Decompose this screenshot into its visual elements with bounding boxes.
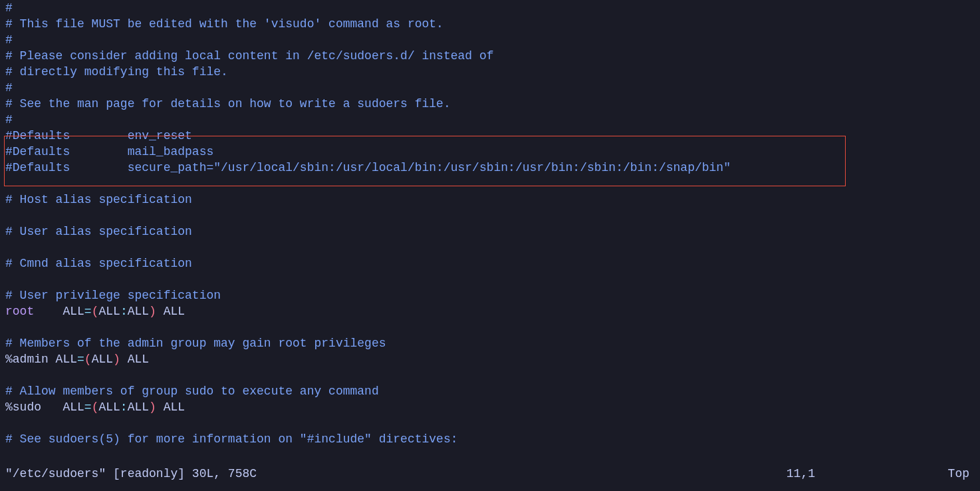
code-segment: #Defaults secure_path="/usr/local/sbin:/… bbox=[5, 161, 731, 174]
code-segment: # User privilege specification bbox=[5, 289, 221, 302]
status-cursor-position: 11,1 bbox=[787, 466, 815, 482]
code-line: # bbox=[0, 80, 980, 96]
code-segment: ALL bbox=[98, 401, 120, 414]
code-line: # directly modifying this file. bbox=[0, 64, 980, 80]
code-line: # This file MUST be edited with the 'vis… bbox=[0, 16, 980, 32]
code-line: # User alias specification bbox=[0, 224, 980, 240]
code-segment: ( bbox=[92, 401, 99, 414]
code-segment: # bbox=[5, 1, 13, 15]
code-line: # Please consider adding local content i… bbox=[0, 48, 980, 64]
code-segment: #Defaults mail_badpass bbox=[5, 145, 213, 158]
code-segment: %sudo ALL bbox=[5, 401, 84, 414]
code-line: # bbox=[0, 0, 980, 16]
code-segment: ALL bbox=[34, 305, 84, 318]
code-line: # See sudoers(5) for more information on… bbox=[0, 431, 980, 447]
code-line bbox=[0, 271, 980, 287]
code-segment: # bbox=[5, 81, 13, 94]
code-line: %sudo ALL=(ALL:ALL) ALL bbox=[0, 399, 980, 415]
code-segment: ) bbox=[149, 305, 156, 318]
code-line bbox=[0, 176, 980, 192]
code-segment: ALL bbox=[128, 305, 149, 318]
code-segment: # See sudoers(5) for more information on… bbox=[5, 432, 458, 446]
code-line: #Defaults secure_path="/usr/local/sbin:/… bbox=[0, 160, 980, 176]
code-segment: # Members of the admin group may gain ro… bbox=[5, 337, 386, 350]
code-line: %admin ALL=(ALL) ALL bbox=[0, 351, 980, 367]
code-segment: = bbox=[84, 401, 92, 414]
editor-viewport[interactable]: ## This file MUST be edited with the 'vi… bbox=[0, 0, 980, 447]
code-segment: = bbox=[84, 305, 92, 318]
code-segment: : bbox=[120, 305, 128, 318]
status-file-info: "/etc/sudoers" [readonly] 30L, 758C bbox=[5, 466, 257, 482]
code-segment: : bbox=[120, 401, 128, 414]
code-segment: # Allow members of group sudo to execute… bbox=[5, 385, 379, 398]
code-line: # User privilege specification bbox=[0, 287, 980, 303]
code-line: #Defaults mail_badpass bbox=[0, 144, 980, 160]
code-segment: ) bbox=[149, 401, 156, 414]
code-segment: # bbox=[5, 33, 13, 47]
code-segment: # directly modifying this file. bbox=[5, 65, 228, 79]
code-line bbox=[0, 208, 980, 224]
code-line: # See the man page for details on how to… bbox=[0, 96, 980, 112]
code-line: # Members of the admin group may gain ro… bbox=[0, 335, 980, 351]
code-segment: ( bbox=[84, 353, 92, 366]
code-line bbox=[0, 367, 980, 383]
code-segment: ( bbox=[92, 305, 99, 318]
code-segment: # User alias specification bbox=[5, 225, 192, 238]
code-segment: # Cmnd alias specification bbox=[5, 257, 192, 270]
status-scroll-position: Top bbox=[948, 466, 969, 482]
vim-status-bar: "/etc/sudoers" [readonly] 30L, 758C 11,1… bbox=[5, 466, 975, 482]
code-segment: ALL bbox=[98, 305, 120, 318]
code-line: root ALL=(ALL:ALL) ALL bbox=[0, 303, 980, 319]
code-line: # bbox=[0, 32, 980, 48]
code-segment: #Defaults env_reset bbox=[5, 129, 192, 142]
code-line: # Host alias specification bbox=[0, 192, 980, 208]
code-segment: ALL bbox=[120, 353, 149, 366]
code-segment: root bbox=[5, 305, 34, 318]
code-segment: = bbox=[77, 353, 84, 366]
code-segment: # This file MUST be edited with the 'vis… bbox=[5, 17, 443, 31]
code-line: # Allow members of group sudo to execute… bbox=[0, 383, 980, 399]
code-segment: ) bbox=[113, 353, 120, 366]
code-line: # Cmnd alias specification bbox=[0, 255, 980, 271]
code-line: #Defaults env_reset bbox=[0, 128, 980, 144]
code-segment: ALL bbox=[156, 401, 185, 414]
code-segment: ALL bbox=[92, 353, 113, 366]
code-segment: # Please consider adding local content i… bbox=[5, 49, 494, 63]
code-segment: # bbox=[5, 113, 13, 126]
code-segment: # Host alias specification bbox=[5, 193, 192, 206]
code-segment: ALL bbox=[128, 401, 149, 414]
code-segment: # See the man page for details on how to… bbox=[5, 97, 451, 110]
code-line bbox=[0, 415, 980, 431]
code-line bbox=[0, 240, 980, 255]
code-line: # bbox=[0, 112, 980, 128]
code-line bbox=[0, 319, 980, 335]
code-segment: ALL bbox=[156, 305, 185, 318]
code-segment: %admin ALL bbox=[5, 353, 77, 366]
